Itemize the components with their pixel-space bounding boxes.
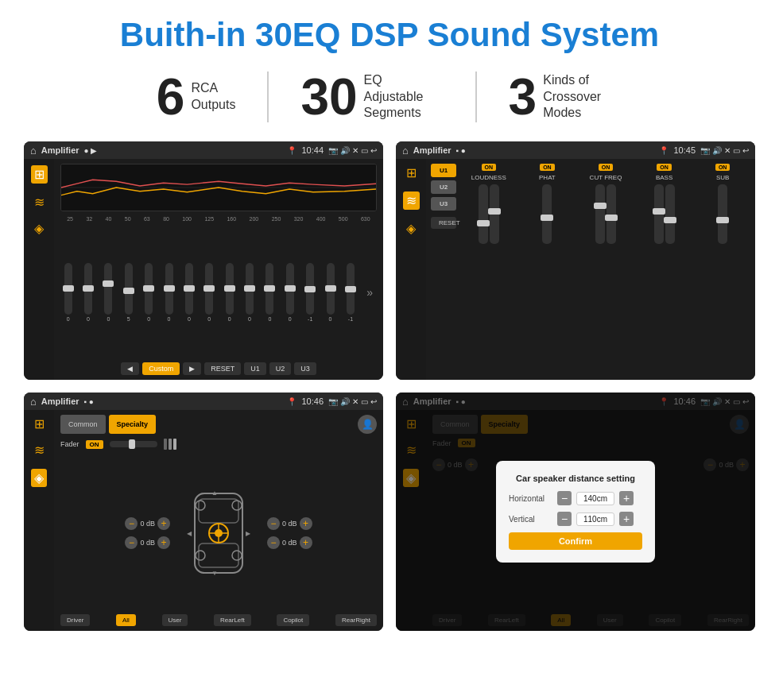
eq-prev-btn[interactable]: ◀: [121, 362, 139, 375]
vol-val-fl: 0 dB: [140, 520, 155, 528]
crossover-win-icon: ▭: [733, 146, 740, 155]
crossover-home-icon[interactable]: ⌂: [402, 145, 409, 157]
eq-u1-btn[interactable]: U1: [244, 362, 266, 375]
fader-track[interactable]: [110, 441, 157, 447]
eq-app-name: Amplifier: [41, 145, 79, 155]
speaker-diagram: − 0 dB + − 0 dB +: [60, 454, 377, 611]
eq-time: 10:44: [301, 145, 324, 155]
volume-icon: 🔊: [340, 146, 350, 155]
crossover-dots: ▪ ●: [456, 146, 466, 155]
fader-win-icon: ▭: [361, 397, 368, 406]
dialog-title: Car speaker distance setting: [509, 474, 642, 483]
more-icon[interactable]: »: [366, 286, 373, 299]
vol-minus-rl[interactable]: −: [125, 536, 138, 549]
vol-plus-fr[interactable]: +: [300, 517, 312, 530]
eq-wave-icon[interactable]: ≋: [34, 195, 45, 210]
cutfreq-on-badge: ON: [599, 164, 614, 171]
fader-tabs: Common Specialty 👤: [60, 415, 377, 434]
fader-dots: ▪ ●: [84, 397, 94, 406]
eq-u2-btn[interactable]: U2: [269, 362, 292, 375]
confirm-button[interactable]: Confirm: [509, 532, 642, 550]
crossover-speaker-icon[interactable]: ◈: [406, 221, 416, 236]
crossover-app-name: Amplifier: [413, 145, 452, 155]
vertical-plus-btn[interactable]: +: [619, 512, 634, 526]
eq-play-btn[interactable]: ▶: [183, 362, 201, 375]
rear-left-btn[interactable]: RearLeft: [214, 614, 251, 626]
eq-screen-inner: ⊞ ≋ ◈ 2532405063 80: [24, 159, 383, 380]
channel-phat: ON PHAT: [520, 164, 576, 375]
eq-u3-btn[interactable]: U3: [294, 362, 316, 375]
fader-on-toggle[interactable]: ON: [86, 440, 103, 449]
fader-speaker-icon[interactable]: ◈: [31, 469, 47, 487]
crossover-wave-icon[interactable]: ≋: [403, 191, 420, 210]
crossover-status-bar: ⌂ Amplifier ▪ ● 📍 10:45 📷 🔊 ✕ ▭ ↩: [396, 141, 755, 159]
preset-u1[interactable]: U1: [431, 164, 456, 177]
eq-reset-btn[interactable]: RESET: [204, 362, 241, 375]
fader-thumb: [129, 439, 135, 449]
fader-common-tab[interactable]: Common: [60, 415, 106, 434]
crossover-x-icon: ✕: [724, 146, 731, 155]
crossover-reset-btn[interactable]: RESET: [431, 217, 456, 229]
fader-home-icon[interactable]: ⌂: [30, 396, 37, 408]
fader-filter-icon[interactable]: ⊞: [34, 416, 45, 431]
slider-3: 0: [104, 263, 112, 322]
fader-specialty-tab[interactable]: Specialty: [109, 415, 157, 434]
fader-cam-icon: 📷: [328, 397, 338, 406]
svg-point-10: [232, 501, 242, 510]
vertical-minus-btn[interactable]: −: [557, 512, 572, 526]
channel-loudness: ON LOUDNESS: [461, 164, 517, 375]
slider-9: 0: [226, 263, 234, 322]
vol-minus-fl[interactable]: −: [125, 517, 138, 530]
vol-plus-fl[interactable]: +: [157, 517, 170, 530]
vertical-row: Vertical − 110cm +: [509, 512, 642, 526]
fader-control-row: Fader ON: [60, 439, 377, 450]
crossover-amp-content: U1 U2 U3 RESET ON LOUDNESS: [426, 159, 755, 380]
svg-text:◀: ◀: [187, 530, 192, 537]
freq-labels: 2532405063 80100125160200 25032040050063…: [60, 216, 377, 222]
stat-eq: 30 EQ AdjustableSegments: [269, 72, 476, 122]
profile-icon[interactable]: 👤: [358, 415, 377, 434]
vol-ctrl-front-right: − 0 dB +: [267, 517, 312, 530]
horizontal-plus-btn[interactable]: +: [619, 491, 634, 505]
fader-screen: ⌂ Amplifier ▪ ● 📍 10:46 📷 🔊 ✕ ▭ ↩ ⊞ ≋: [24, 393, 383, 631]
vol-plus-rr[interactable]: +: [300, 536, 312, 549]
svg-point-11: [196, 551, 205, 560]
eq-custom-btn[interactable]: Custom: [142, 362, 180, 375]
svg-point-9: [196, 501, 205, 510]
vol-minus-fr[interactable]: −: [267, 517, 280, 530]
preset-col: U1 U2 U3 RESET: [431, 164, 456, 375]
user-btn[interactable]: User: [162, 614, 188, 626]
fader-sidebar: ⊞ ≋ ◈: [24, 410, 54, 631]
preset-u3[interactable]: U3: [431, 197, 456, 211]
eq-status-bar: ⌂ Amplifier ● ▶ 📍 10:44 📷 🔊 ✕ ▭ ↩: [24, 141, 383, 159]
distance-dialog-overlay: Car speaker distance setting Horizontal …: [396, 393, 755, 631]
horizontal-minus-btn[interactable]: −: [557, 491, 572, 505]
sub-label: SUB: [716, 174, 729, 181]
car-svg: ▲ ▼ ◀ ▶: [183, 489, 254, 577]
fader-wave-icon[interactable]: ≋: [34, 443, 45, 458]
slider-6: 0: [165, 263, 173, 322]
crossover-filter-icon[interactable]: ⊞: [406, 165, 417, 180]
slider-11: 0: [265, 263, 273, 322]
slider-1: 0: [64, 263, 72, 322]
bass-on-badge: ON: [657, 164, 672, 171]
vol-plus-rl[interactable]: +: [157, 536, 170, 549]
eq-sidebar: ⊞ ≋ ◈: [24, 159, 54, 380]
eq-screen: ⌂ Amplifier ● ▶ 📍 10:44 📷 🔊 ✕ ▭ ↩ ⊞ ≋: [24, 141, 383, 380]
rear-right-btn[interactable]: RearRight: [335, 614, 377, 626]
eq-filter-icon[interactable]: ⊞: [31, 165, 48, 184]
preset-u2[interactable]: U2: [431, 180, 456, 194]
driver-btn[interactable]: Driver: [60, 614, 90, 626]
stat-crossover-desc: Kinds ofCrossover Modes: [543, 72, 622, 122]
vol-minus-rr[interactable]: −: [267, 536, 280, 549]
all-btn[interactable]: All: [116, 614, 136, 626]
svg-point-12: [232, 551, 242, 560]
channel-bass: ON BASS: [637, 164, 692, 375]
copilot-btn[interactable]: Copilot: [277, 614, 309, 626]
stat-eq-number: 30: [300, 72, 357, 122]
eq-speaker-icon[interactable]: ◈: [34, 221, 44, 236]
right-controls: − 0 dB + − 0 dB +: [267, 517, 312, 549]
slider-7: 0: [185, 263, 193, 322]
home-icon[interactable]: ⌂: [30, 145, 37, 157]
crossover-sidebar: ⊞ ≋ ◈: [396, 159, 426, 380]
